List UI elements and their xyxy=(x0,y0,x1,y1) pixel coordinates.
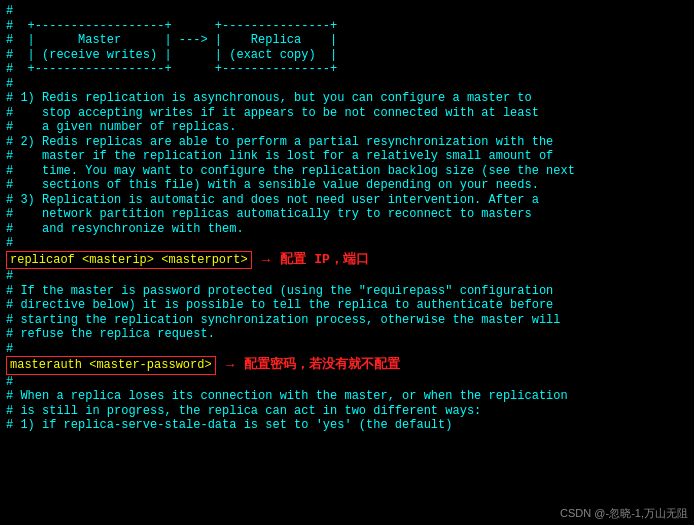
line-repl4: # 2) Redis replicas are able to perform … xyxy=(6,135,688,150)
line-pw1: # If the master is password protected (u… xyxy=(6,284,688,299)
line-hash3: # xyxy=(6,236,688,251)
line-repl1: # 1) Redis replication is asynchronous, … xyxy=(6,91,688,106)
watermark: CSDN @-忽晓-1,万山无阻 xyxy=(560,506,688,521)
line-hash1: # xyxy=(6,4,688,19)
line-conn3: # 1) if replica-serve-stale-data is set … xyxy=(6,418,688,433)
masterauth-box: masterauth <master-password> xyxy=(6,356,216,375)
line-conn1: # When a replica loses its connection wi… xyxy=(6,389,688,404)
line-table-bottom: # +------------------+ +---------------+ xyxy=(6,62,688,77)
line-table-writes: # | (receive writes) | | (exact copy) | xyxy=(6,48,688,63)
line-repl7: # sections of this file) with a sensible… xyxy=(6,178,688,193)
line-repl8: # 3) Replication is automatic and does n… xyxy=(6,193,688,208)
line-repl2: # stop accepting writes if it appears to… xyxy=(6,106,688,121)
line-hash2: # xyxy=(6,77,688,92)
line-repl6: # time. You may want to configure the re… xyxy=(6,164,688,179)
annotation-pw: 配置密码，若没有就不配置 xyxy=(244,358,400,373)
line-table-master: # | Master | ---> | Replica | xyxy=(6,33,688,48)
line-pw3: # starting the replication synchronizati… xyxy=(6,313,688,328)
terminal-window: # # +------------------+ +--------------… xyxy=(0,0,694,525)
annotation-ip: 配置 IP，端口 xyxy=(280,253,368,268)
line-hash5: # xyxy=(6,342,688,357)
line-repl10: # and resynchronize with them. xyxy=(6,222,688,237)
replicaof-box: replicaof <masterip> <masterport> xyxy=(6,251,252,270)
line-repl9: # network partition replicas automatical… xyxy=(6,207,688,222)
arrow-pw: → xyxy=(226,358,243,373)
line-pw4: # refuse the replica request. xyxy=(6,327,688,342)
line-hash6: # xyxy=(6,375,688,390)
arrow-ip: → xyxy=(262,253,279,268)
line-hash4: # xyxy=(6,269,688,284)
line-repl3: # a given number of replicas. xyxy=(6,120,688,135)
line-replicaof: replicaof <masterip> <masterport> → 配置 I… xyxy=(6,251,688,270)
line-table-top: # +------------------+ +---------------+ xyxy=(6,19,688,34)
line-conn2: # is still in progress, the replica can … xyxy=(6,404,688,419)
line-repl5: # master if the replication link is lost… xyxy=(6,149,688,164)
line-pw2: # directive below) it is possible to tel… xyxy=(6,298,688,313)
line-masterauth: masterauth <master-password> → 配置密码，若没有就… xyxy=(6,356,688,375)
